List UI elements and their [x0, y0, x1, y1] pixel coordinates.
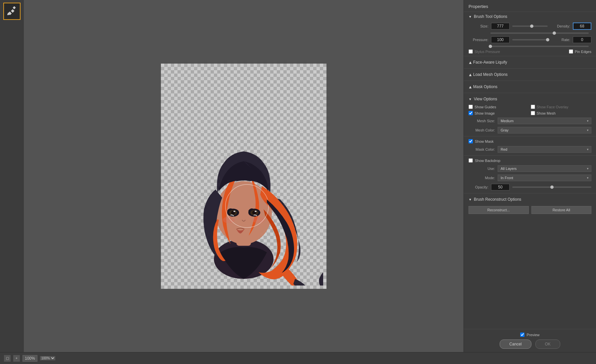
svg-point-6 [233, 211, 235, 212]
density-slider-thumb[interactable] [553, 31, 556, 35]
show-backdrop-row: Show Backdrop [464, 157, 596, 164]
backdrop-use-row: Use: All Layers Current Layer [464, 164, 596, 173]
preview-row: Preview [469, 333, 591, 337]
face-aware-header[interactable]: ▶ Face-Aware Liquify [464, 58, 596, 67]
reconstruct-btn-row: Reconstruct... Restore All [464, 204, 596, 216]
pressure-slider-track[interactable] [512, 39, 548, 40]
brush-svg [7, 6, 17, 16]
show-mesh-checkbox[interactable] [531, 111, 535, 115]
rate-slider-track[interactable] [490, 46, 589, 47]
restore-all-button[interactable]: Restore All [531, 206, 592, 214]
show-backdrop-label: Show Backdrop [475, 159, 500, 163]
show-mask-row: Show Mask [464, 138, 596, 145]
backdrop-mode-label: Mode: [469, 176, 495, 180]
rate-slider-thumb[interactable] [489, 45, 492, 48]
left-toolbar [0, 0, 24, 352]
face-aware-label: Face-Aware Liquify [473, 60, 507, 65]
mask-color-select[interactable]: Red Green Blue Gray [498, 146, 591, 153]
panel-footer: Preview Cancel OK [464, 329, 596, 352]
guides-face-overlay-row: Show Guides Show Face Overlay [464, 104, 596, 110]
brush-tool-icon[interactable] [3, 3, 21, 20]
backdrop-opacity-slider[interactable] [512, 186, 591, 188]
divider-2 [464, 68, 596, 69]
reconstruct-options-header[interactable]: ▼ Brush Reconstruct Options [464, 195, 596, 204]
divider-7 [464, 193, 596, 193]
reconstruct-options-label: Brush Reconstruct Options [474, 197, 521, 202]
brush-tool-options-label: Brush Tool Options [474, 14, 507, 19]
brush-tool-options-header[interactable]: ▼ Brush Tool Options [464, 12, 596, 21]
zoom-display: 100% [23, 355, 37, 362]
density-label: Density: [550, 24, 570, 28]
pin-edges-label: Pin Edges [575, 50, 591, 54]
show-guides-checkbox[interactable] [469, 105, 473, 109]
backdrop-opacity-label: Opacity: [469, 185, 488, 189]
size-slider-track[interactable] [512, 26, 548, 27]
mask-options-label: Mask Options [473, 84, 497, 89]
divider-4 [464, 93, 596, 93]
size-slider-thumb[interactable] [530, 25, 533, 28]
show-mask-checkbox[interactable] [469, 139, 473, 143]
show-mask-label: Show Mask [475, 139, 494, 143]
show-mesh-label: Show Mesh [537, 111, 556, 115]
backdrop-use-select[interactable]: All Layers Current Layer [498, 165, 591, 172]
character-illustration [164, 67, 323, 286]
show-backdrop-checkbox[interactable] [469, 158, 473, 163]
divider-5 [464, 136, 596, 136]
load-mesh-header[interactable]: ▶ Load Mesh Options [464, 70, 596, 79]
show-image-checkbox[interactable] [469, 111, 473, 115]
bottom-btn-2[interactable]: + [13, 355, 20, 362]
cancel-button[interactable]: Cancel [500, 339, 531, 349]
mask-color-label: Mask Color: [469, 147, 495, 151]
mesh-color-select[interactable]: Gray Red Green Blue Black White [498, 127, 591, 133]
mesh-size-label: Mesh Size: [469, 119, 495, 123]
pressure-row: Pressure: Rate: [464, 35, 596, 44]
stylus-pin-row: Stylus Pressure Pin Edges [464, 48, 596, 55]
mesh-size-select[interactable]: Medium Small Large [498, 118, 591, 124]
pin-edges-option: Pin Edges [569, 49, 591, 54]
svg-point-10 [255, 211, 257, 212]
density-slider-track[interactable] [490, 32, 589, 34]
show-image-label: Show Image [474, 111, 495, 115]
mesh-color-row: Mesh Color: Gray Red Green Blue Black Wh… [464, 126, 596, 135]
ok-button[interactable]: OK [535, 339, 560, 349]
show-face-overlay-checkbox[interactable] [531, 105, 535, 109]
rate-slider-row [464, 44, 596, 48]
footer-buttons: Cancel OK [469, 339, 591, 349]
view-options-header[interactable]: ▼ View Options [464, 94, 596, 104]
panel-title: Properties [469, 4, 488, 9]
pressure-slider-thumb[interactable] [546, 38, 549, 41]
divider-6 [464, 155, 596, 156]
density-input[interactable] [573, 23, 591, 30]
brush-tool-arrow: ▼ [469, 15, 472, 19]
backdrop-use-label: Use: [469, 167, 495, 171]
preview-label: Preview [526, 333, 539, 337]
panel-content: ▼ Brush Tool Options Size: Density: [464, 12, 596, 329]
rate-label: Rate: [550, 38, 570, 42]
size-input[interactable] [491, 23, 510, 29]
backdrop-use-select-wrapper: All Layers Current Layer [498, 165, 591, 172]
backdrop-opacity-thumb[interactable] [550, 185, 554, 189]
pressure-input[interactable] [491, 36, 510, 43]
bottom-btn-1[interactable]: ▢ [4, 355, 11, 362]
panel-header: Properties [464, 0, 596, 12]
show-mesh-col: Show Mesh [531, 111, 592, 115]
preview-checkbox[interactable] [520, 333, 524, 337]
backdrop-mode-select[interactable]: In Front Behind Blend [498, 175, 591, 181]
mesh-size-select-wrapper: Medium Small Large [498, 118, 591, 124]
zoom-dropdown[interactable]: 25% 50% 66% 100% 150% 200% [40, 356, 55, 360]
mask-options-header[interactable]: ▶ Mask Options [464, 82, 596, 91]
mask-options-arrow: ▶ [468, 85, 472, 88]
mask-color-row: Mask Color: Red Green Blue Gray [464, 145, 596, 154]
stylus-label: Stylus Pressure [474, 50, 500, 54]
stylus-checkbox[interactable] [469, 49, 473, 54]
mesh-color-select-wrapper: Gray Red Green Blue Black White [498, 127, 591, 133]
rate-input[interactable] [573, 36, 591, 43]
reconstruct-button[interactable]: Reconstruct... [469, 206, 529, 214]
reconstruct-arrow: ▼ [469, 198, 472, 201]
size-row: Size: Density: [464, 21, 596, 31]
pin-edges-checkbox[interactable] [569, 49, 573, 54]
right-panel: Properties ▼ Brush Tool Options Size: De… [464, 0, 596, 352]
backdrop-opacity-input[interactable] [491, 184, 510, 190]
show-guides-label: Show Guides [474, 105, 496, 109]
bottom-bar: ▢ + 100% 25% 50% 66% 100% 150% 200% [0, 352, 596, 364]
